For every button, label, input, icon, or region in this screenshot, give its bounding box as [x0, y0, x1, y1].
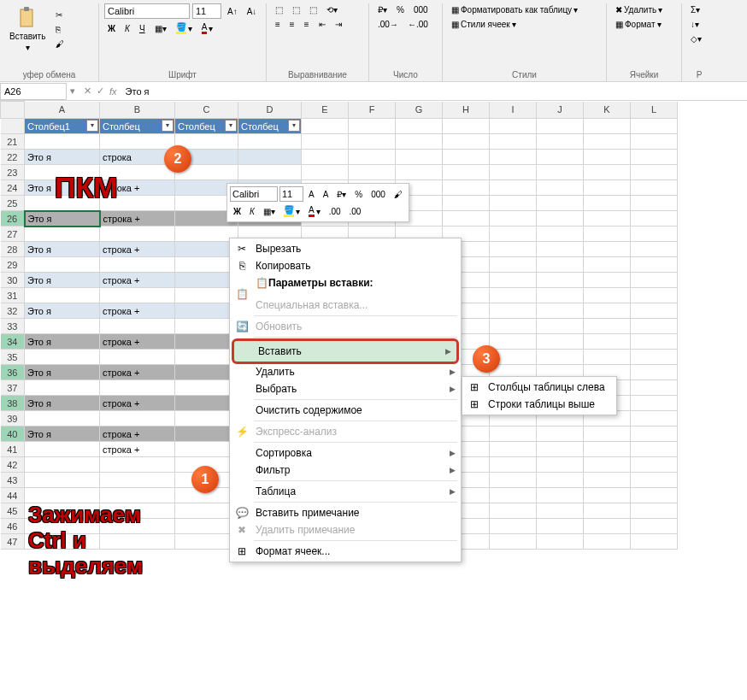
cell[interactable]: Это я: [25, 273, 100, 288]
submenu-rows-above[interactable]: ⊞Строки таблицы выше: [462, 396, 616, 413]
cell[interactable]: [584, 211, 631, 226]
cell[interactable]: строка +: [100, 211, 175, 226]
cell[interactable]: [631, 350, 678, 365]
cell[interactable]: [631, 226, 678, 242]
cell[interactable]: [396, 134, 443, 150]
mini-border-icon[interactable]: ▦▾: [260, 205, 279, 218]
cell[interactable]: [537, 196, 584, 211]
row-header-45[interactable]: 45: [1, 503, 25, 519]
cell[interactable]: [584, 473, 631, 488]
cell[interactable]: [584, 257, 631, 273]
mini-currency-icon[interactable]: ₽▾: [333, 188, 350, 201]
ctx-insert-comment[interactable]: 💬Вставить примечание: [230, 504, 461, 521]
filter-dropdown-icon[interactable]: ▾: [162, 120, 174, 132]
cell[interactable]: [537, 288, 584, 303]
fill-icon[interactable]: ↓▾: [687, 18, 703, 31]
number-format-icon[interactable]: ₽▾: [374, 3, 391, 16]
col-header-I[interactable]: I: [490, 102, 537, 119]
mini-italic[interactable]: К: [246, 205, 258, 218]
shrink-font-icon[interactable]: A↓: [244, 5, 261, 18]
cell[interactable]: [302, 165, 349, 180]
cell[interactable]: [631, 519, 678, 534]
cell[interactable]: [537, 273, 584, 288]
cell[interactable]: [584, 334, 631, 350]
cell[interactable]: [631, 457, 678, 473]
cell[interactable]: [100, 288, 175, 303]
copy-icon[interactable]: ⎘: [52, 23, 68, 36]
align-top-icon[interactable]: ⬚: [272, 3, 286, 16]
cell[interactable]: строка +: [100, 442, 175, 457]
clear-icon[interactable]: ◇▾: [687, 32, 705, 45]
table-header[interactable]: Столбец▾: [238, 119, 302, 134]
cell[interactable]: [490, 473, 537, 488]
submenu-cols-left[interactable]: ⊞Столбцы таблицы слева: [462, 379, 616, 396]
mini-format-painter-icon[interactable]: 🖌: [391, 188, 406, 201]
ctx-insert[interactable]: Вставить▶: [232, 338, 459, 364]
col-header-D[interactable]: D: [238, 102, 302, 119]
cell[interactable]: [631, 534, 678, 550]
cell[interactable]: [631, 242, 678, 257]
cell[interactable]: [631, 365, 678, 380]
row-header-31[interactable]: 31: [1, 288, 25, 303]
table-header[interactable]: Столбец▾: [100, 119, 175, 134]
cell[interactable]: строка +: [100, 396, 175, 411]
row-header-40[interactable]: 40: [1, 426, 25, 442]
cell[interactable]: [584, 503, 631, 519]
format-as-table-button[interactable]: ▦ Форматировать как таблицу▾: [448, 3, 581, 16]
underline-button[interactable]: Ч: [136, 22, 149, 35]
col-header-K[interactable]: K: [584, 102, 631, 119]
cell[interactable]: [537, 350, 584, 365]
row-header-25[interactable]: 25: [1, 196, 25, 211]
cell[interactable]: [25, 257, 100, 273]
cell[interactable]: [631, 165, 678, 180]
cell[interactable]: [631, 380, 678, 396]
cell[interactable]: [443, 134, 490, 150]
delete-button[interactable]: ✖ Удалить▾: [612, 3, 666, 16]
cell[interactable]: [584, 150, 631, 165]
align-right-icon[interactable]: ≡: [301, 18, 313, 31]
cell[interactable]: [537, 242, 584, 257]
mini-percent-icon[interactable]: %: [351, 188, 366, 201]
row-header-30[interactable]: 30: [1, 273, 25, 288]
cell[interactable]: [25, 488, 100, 503]
cell[interactable]: [537, 534, 584, 550]
cell[interactable]: [100, 488, 175, 503]
cell[interactable]: [584, 288, 631, 303]
cell[interactable]: [584, 457, 631, 473]
row-header-39[interactable]: 39: [1, 411, 25, 426]
mini-comma-icon[interactable]: 000: [368, 188, 389, 201]
row-header-28[interactable]: 28: [1, 242, 25, 257]
mini-font-color-icon[interactable]: A▾: [305, 203, 324, 219]
col-header-F[interactable]: F: [349, 102, 396, 119]
cell[interactable]: [443, 180, 490, 196]
row-header-46[interactable]: 46: [1, 519, 25, 534]
cell-styles-button[interactable]: ▦ Стили ячеек▾: [448, 18, 520, 31]
cell[interactable]: [490, 503, 537, 519]
inc-decimal-icon[interactable]: .00→: [374, 18, 402, 31]
cell[interactable]: [100, 257, 175, 273]
cell[interactable]: [349, 150, 396, 165]
cell[interactable]: [631, 134, 678, 150]
align-left-icon[interactable]: ≡: [272, 18, 284, 31]
row-header-32[interactable]: 32: [1, 303, 25, 319]
row-header-33[interactable]: 33: [1, 319, 25, 334]
cell[interactable]: [537, 150, 584, 165]
font-color-icon[interactable]: A▾: [198, 21, 217, 36]
row-header-47[interactable]: 47: [1, 534, 25, 550]
cell[interactable]: [537, 334, 584, 350]
cell[interactable]: [349, 165, 396, 180]
cell[interactable]: [490, 426, 537, 442]
cell[interactable]: [537, 211, 584, 226]
cell[interactable]: [490, 534, 537, 550]
autosum-icon[interactable]: Σ▾: [687, 3, 703, 16]
cell[interactable]: [443, 196, 490, 211]
row-header-35[interactable]: 35: [1, 350, 25, 365]
cell[interactable]: [490, 273, 537, 288]
cell[interactable]: Это я: [25, 365, 100, 380]
mini-font-size[interactable]: [279, 186, 303, 202]
cell[interactable]: [100, 473, 175, 488]
cell[interactable]: [584, 442, 631, 457]
cell[interactable]: [490, 150, 537, 165]
font-size-select[interactable]: [192, 3, 221, 19]
cell[interactable]: [631, 488, 678, 503]
